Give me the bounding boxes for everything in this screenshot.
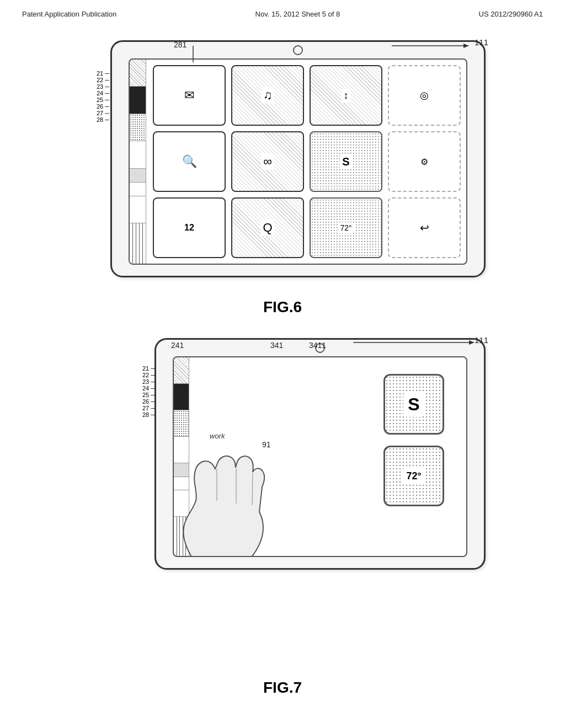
fig7-label-91: 91 (262, 440, 271, 449)
fig6-row-28: 28 (97, 117, 103, 123)
fig7-icon-temp[interactable]: 72° (383, 446, 444, 506)
fig7-icon-s[interactable]: S (383, 374, 444, 435)
fig6-section: ✉ ♫ ↕ ◎ 🔍 ∞ S (0, 29, 565, 322)
header-center: Nov. 15, 2012 Sheet 5 of 8 (255, 10, 340, 18)
app-icon-search[interactable]: 🔍 (153, 131, 226, 192)
fig6-row-21: 21 (97, 71, 103, 77)
fig6-label-281: 281 (174, 40, 186, 49)
fig6-home-button[interactable] (293, 45, 303, 55)
app-icon-music[interactable]: ♫ (231, 65, 304, 126)
app-icon-infinity[interactable]: ∞ (231, 131, 304, 192)
fig7-label-341: 341 (270, 341, 283, 350)
app-icon-s[interactable]: S (310, 131, 382, 192)
fig6-app-grid: ✉ ♫ ↕ ◎ 🔍 ∞ S (147, 60, 466, 264)
app-icon-temp[interactable]: 72° (310, 197, 382, 258)
fig6-row-23: 23 (97, 84, 103, 90)
header-left: Patent Application Publication (22, 10, 116, 18)
fig6-screen: ✉ ♫ ↕ ◎ 🔍 ∞ S (129, 58, 467, 265)
fig6-row-24: 24 (97, 90, 103, 97)
fig7-hand-gesture (174, 418, 295, 556)
fig6-row-26: 26 (97, 104, 103, 110)
fig7-section: S 72° (0, 327, 565, 702)
fig6-label-111: 111 (475, 38, 488, 47)
page-content: ✉ ♫ ↕ ◎ 🔍 ∞ S (0, 24, 565, 724)
app-icon-mail[interactable]: ✉ (153, 65, 226, 126)
fig6-side-strip (130, 60, 146, 264)
fig6-tablet: ✉ ♫ ↕ ◎ 🔍 ∞ S (110, 40, 486, 277)
app-icon-arrows[interactable]: ↕ (310, 65, 382, 126)
fig6-row-22: 22 (97, 77, 103, 83)
fig6-label: FIG.6 (263, 298, 302, 316)
fig6-row-numbers: 21 ─ 22 ─ 23 ─ 24 ─ 25 ─ 26 ─ (97, 71, 109, 123)
app-icon-settings[interactable]: ⚙ (388, 131, 461, 192)
fig7-screen: S 72° (173, 356, 467, 557)
header-right: US 2012/290960 A1 (479, 10, 543, 18)
fig6-row-27: 27 (97, 110, 103, 116)
fig7-label-111: 111 (475, 335, 488, 345)
fig7-tablet: S 72° (154, 338, 486, 570)
fig7-work-label: work (210, 432, 225, 440)
fig7-app-icons: S 72° (383, 374, 450, 506)
app-icon-back[interactable]: ↩ (388, 197, 461, 258)
app-icon-calendar[interactable]: 12 (153, 197, 226, 258)
fig7-label: FIG.7 (263, 679, 302, 697)
page-header: Patent Application Publication Nov. 15, … (0, 0, 565, 24)
fig7-row-numbers: 21─ 22─ 23─ 24─ 25─ 26─ 27─ 28─ (142, 366, 155, 418)
app-icon-circle[interactable]: ◎ (388, 65, 461, 126)
fig7-label-3411: 3411 (309, 341, 326, 350)
fig6-row-25: 25 (97, 97, 103, 103)
fig7-label-241: 241 (171, 341, 184, 350)
app-icon-q[interactable]: Q (231, 197, 304, 258)
